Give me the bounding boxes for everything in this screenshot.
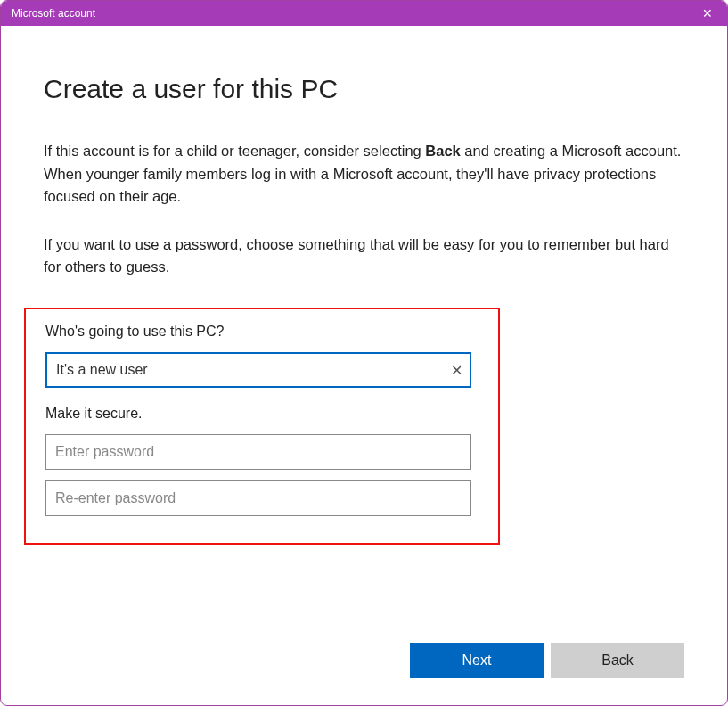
info-paragraph-2: If you want to use a password, choose so… [44,234,684,279]
secure-label: Make it secure. [45,406,479,422]
dialog-window: Microsoft account ✕ Create a user for th… [0,0,728,706]
password-input-wrap [45,434,471,470]
close-icon[interactable]: ✕ [699,6,716,21]
who-label: Who's going to use this PC? [45,324,479,340]
username-input[interactable] [45,352,471,388]
info-paragraph-1: If this account is for a child or teenag… [44,140,684,209]
titlebar: Microsoft account ✕ [1,1,727,26]
footer-buttons: Next Back [410,643,684,678]
para1-pre: If this account is for a child or teenag… [44,143,425,159]
password-input[interactable] [45,434,471,470]
content-area: Create a user for this PC If this accoun… [1,26,727,705]
next-button[interactable]: Next [410,643,544,678]
window-title: Microsoft account [12,7,95,20]
reenter-password-input[interactable] [45,480,471,516]
page-title: Create a user for this PC [44,74,684,104]
clear-input-icon[interactable]: ✕ [451,361,462,378]
reenter-password-input-wrap [45,480,471,516]
para1-bold: Back [425,143,460,159]
username-input-wrap: ✕ [45,352,471,388]
form-highlight-box: Who's going to use this PC? ✕ Make it se… [24,308,500,545]
back-button[interactable]: Back [551,643,684,678]
